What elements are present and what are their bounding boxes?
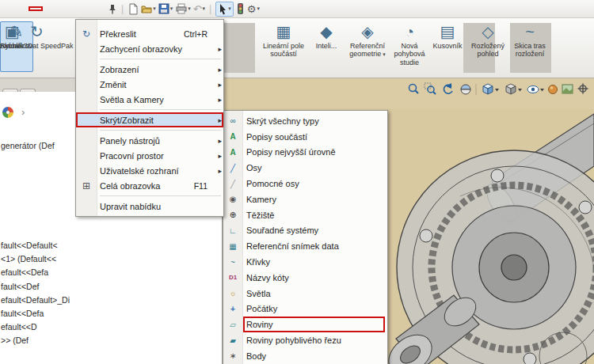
chevron-right-icon[interactable]: › (21, 106, 25, 118)
submenu-item[interactable]: ⊕ Těžiště (223, 207, 387, 223)
explode-line-sketch-icon: ~ (525, 21, 535, 42)
menu-item[interactable] (76, 107, 223, 112)
ribbon-button-label: Lineární pole součástí (262, 42, 305, 59)
submenu-arrow-icon (214, 116, 222, 124)
menu-item[interactable]: Pracovní prostor (76, 148, 223, 163)
submenu-item[interactable]: ▦ Referenční snímek data (223, 238, 387, 254)
submenu-item-label: Skrýt všechny typy (246, 116, 319, 126)
submenu-item[interactable]: A Popisy nejvyšší úrovně (223, 145, 387, 161)
menubar-item[interactable] (29, 6, 43, 11)
tree-item[interactable]: fault<<Default< (1, 239, 222, 252)
reference-sketch-data-icon: ▦ (223, 242, 242, 251)
new-document-icon[interactable] (128, 3, 139, 15)
open-document-icon[interactable]: ▾ (141, 3, 156, 14)
dropdown-arrow-icon[interactable]: ▾ (228, 6, 231, 12)
dropdown-arrow-icon[interactable]: ▾ (257, 6, 260, 12)
menubar-item[interactable] (57, 6, 71, 11)
select-arrow-icon[interactable]: ▾ (215, 2, 234, 17)
submenu-item[interactable]: ╱ Pomocné osy (223, 176, 387, 191)
menubar-item[interactable] (0, 6, 14, 11)
menu-item[interactable] (76, 127, 223, 133)
ribbon-button[interactable]: ▦ Lineární pole součástí (262, 21, 305, 72)
menu-item[interactable]: Skrýt/Zobrazit (76, 112, 223, 127)
tree-item[interactable]: >> (Def (1, 334, 222, 347)
ribbon-button[interactable]: ▤ Kusovník (432, 21, 463, 72)
menu-item[interactable]: Zachycení obrazovky (76, 41, 223, 56)
menu-item[interactable]: Světla a Kamery (76, 92, 223, 107)
menu-item[interactable] (76, 56, 223, 62)
submenu-item[interactable]: ☼ Světla (223, 286, 387, 301)
tree-item[interactable]: efault<<Defa (1, 266, 222, 279)
menu-item[interactable]: Zobrazení (76, 62, 223, 77)
submenu-item[interactable]: A Popisy součástí (223, 129, 387, 145)
hide-show-submenu: ∞ Skrýt všechny typy A Popisy součástí A… (223, 110, 388, 364)
options-gear-icon[interactable]: ⚙▾ (247, 3, 260, 15)
menu-item[interactable]: ⊞ Celá obrazovka F11 (76, 178, 223, 193)
submenu-item[interactable]: D1 Názvy kóty (223, 270, 387, 286)
menu-item[interactable]: Uživatelské rozhraní (76, 163, 223, 178)
reference-geometry-icon: ◈ (361, 21, 373, 42)
dropdown-arrow-icon[interactable]: ▾ (188, 6, 191, 12)
submenu-item-label: Referenční snímek data (246, 241, 339, 251)
submenu-item[interactable]: ∟ Souřadné systémy (223, 223, 387, 239)
tree-item[interactable]: fault<<Def (1, 280, 222, 294)
tree-item[interactable]: fault<<Defa (1, 307, 222, 320)
ribbon-button[interactable]: ◆ Inteli... (308, 21, 345, 72)
ribbon-button[interactable]: ◇ Rozložený pohled (466, 21, 510, 72)
previous-view-icon[interactable] (444, 83, 452, 93)
menubar-item[interactable] (86, 6, 100, 11)
menu-item[interactable]: Panely nástrojů (76, 133, 223, 148)
submenu-item[interactable]: ∞ Skrýt všechny typy (223, 113, 387, 129)
submenu-item[interactable]: ▰ Roviny pohyblivého řezu (223, 332, 387, 348)
menu-item-label: Překreslit (100, 29, 136, 39)
undo-icon[interactable]: ↶▾ (193, 3, 205, 15)
ribbon-button[interactable]: ◈ Referenční geometrie (347, 21, 388, 72)
appearance-wheel-icon[interactable] (2, 107, 13, 118)
menubar-item[interactable] (71, 6, 86, 11)
menubar-item[interactable] (43, 6, 57, 11)
section-view-icon[interactable] (461, 85, 470, 94)
tree-item[interactable]: generátor (Def (1, 141, 55, 150)
lights-icon: ☼ (223, 289, 242, 298)
view-settings-icon[interactable] (578, 84, 588, 94)
edit-appearance-icon[interactable] (549, 85, 558, 94)
menu-item[interactable]: Upravit nabídku (76, 199, 223, 214)
menu-item-label: Pracovní prostor (100, 151, 164, 161)
ribbon-button[interactable]: ~ Skica tras rozložení (512, 21, 547, 72)
menu-strip (0, 0, 100, 17)
submenu-item-label: Roviny (246, 320, 273, 329)
menu-item[interactable]: ↻ Překreslit Ctrl+R (76, 26, 223, 41)
dropdown-arrow-icon[interactable]: ▾ (153, 6, 156, 12)
dropdown-arrow-icon[interactable]: ▾ (203, 6, 206, 12)
print-icon[interactable]: ▾ (175, 3, 191, 14)
component-annotations-icon: A (223, 132, 242, 141)
menu-item-label: Uživatelské rozhraní (100, 166, 179, 176)
submenu-item[interactable]: ∗ Body (223, 348, 387, 364)
menu-item[interactable]: Změnit (76, 77, 223, 92)
zoom-area-icon[interactable] (425, 83, 436, 94)
menubar-item[interactable] (14, 6, 29, 11)
ribbon-button[interactable]: ▣ Snímek (0, 21, 25, 72)
tree-item[interactable]: efault<<D (1, 320, 222, 334)
submenu-item[interactable]: ▱ Roviny (223, 317, 387, 332)
save-icon[interactable]: ▾ (158, 3, 173, 14)
ribbon-button[interactable]: ◔ Nová pohybová studie (390, 21, 429, 72)
menu-item[interactable] (76, 193, 223, 199)
dropdown-arrow-icon[interactable]: ▾ (170, 6, 173, 12)
tree-item[interactable]: <1> (Default<< (1, 252, 222, 266)
rebuild-icon[interactable] (236, 2, 245, 15)
display-style-icon[interactable] (506, 84, 522, 94)
submenu-item[interactable]: + Počátky (223, 301, 387, 317)
submenu-item[interactable]: ╱ Osy (223, 160, 387, 176)
zoom-fit-icon[interactable] (409, 85, 419, 94)
pin-icon[interactable] (108, 4, 117, 14)
submenu-item[interactable]: ~ Křivky (223, 254, 387, 270)
submenu-arrow-icon (214, 81, 222, 89)
submenu-item[interactable]: ◉ Kamery (223, 191, 387, 207)
apply-scene-icon[interactable] (562, 85, 573, 93)
submenu-item-label: Body (246, 351, 266, 361)
menu-item-label: Světla a Kamery (100, 95, 164, 104)
tree-item[interactable]: efault<Default>_Di (1, 294, 222, 307)
view-orientation-icon[interactable] (483, 84, 499, 94)
hide-show-items-icon[interactable] (527, 86, 544, 93)
